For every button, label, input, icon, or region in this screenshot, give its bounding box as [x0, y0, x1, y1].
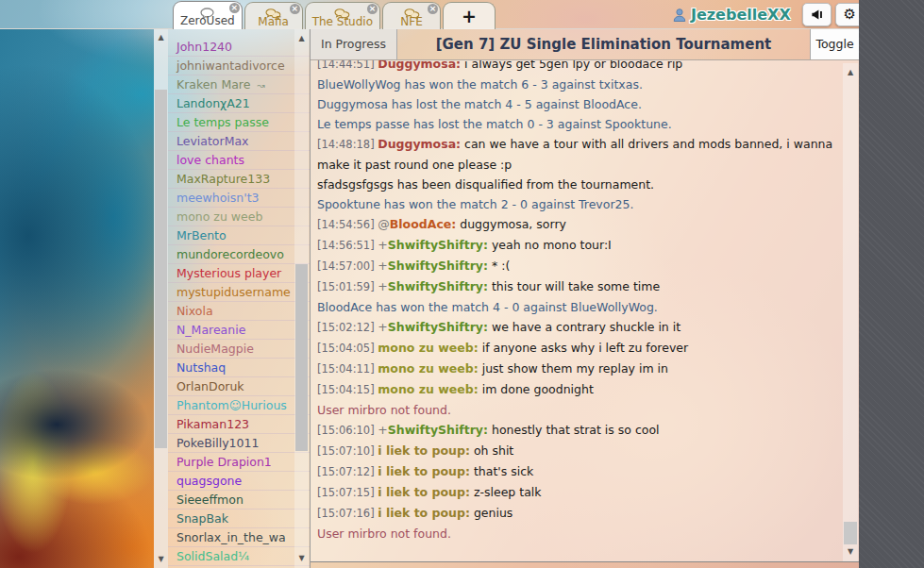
scroll-up-arrow-icon[interactable]: ▲: [154, 31, 168, 44]
tab-mafia[interactable]: × Mafia: [244, 2, 303, 29]
username[interactable]: ShwiftyShiftry:: [388, 238, 488, 252]
close-tab-icon[interactable]: ×: [229, 3, 240, 13]
timestamp: [14:54:56]: [317, 218, 378, 231]
userlist-item[interactable]: John1240: [168, 38, 310, 57]
tournament-message: Duggymosa has lost the match 4 - 5 again…: [317, 94, 838, 114]
userlist-item[interactable]: johniwantadivorce: [168, 57, 310, 75]
tab-zeroused[interactable]: × ZeroUsed: [173, 1, 243, 29]
page-scrollbar[interactable]: ▲ ▼: [154, 29, 168, 568]
username[interactable]: Duggymosa:: [378, 60, 461, 71]
plus-icon: +: [462, 6, 477, 26]
error-message: User mirbro not found.: [317, 400, 838, 420]
username: NudieMagpie: [176, 342, 254, 356]
scrollbar-thumb[interactable]: [295, 264, 308, 451]
username[interactable]: ShwiftyShiftry:: [388, 320, 488, 334]
message-text: genius: [470, 506, 512, 520]
username: Purple Drapion1: [176, 455, 272, 469]
username[interactable]: i liek to poup:: [378, 464, 470, 478]
username[interactable]: mono zu weeb:: [378, 361, 478, 376]
username[interactable]: ShwiftyShiftry:: [388, 279, 488, 293]
chat-scrollbar[interactable]: ▲ ▼: [843, 63, 858, 561]
username[interactable]: BloodAce:: [390, 217, 457, 231]
tournament-message: BloodAce has won the match 4 - 0 against…: [317, 297, 838, 317]
userlist-item[interactable]: N_Mareanie: [168, 321, 310, 340]
userlist-item[interactable]: meewhoisn't3: [168, 189, 310, 208]
timestamp: [15:07:10]: [317, 444, 378, 458]
username: Sieeeffmon: [176, 493, 244, 507]
userlist-item[interactable]: Nutshaq: [168, 359, 310, 377]
userlist-item[interactable]: Kraken Mare ↝: [168, 75, 310, 94]
username: Mysterious player: [176, 266, 281, 280]
scroll-down-arrow-icon[interactable]: ▼: [843, 545, 858, 559]
scrollbar-thumb[interactable]: [155, 90, 167, 448]
scroll-down-arrow-icon[interactable]: ▼: [294, 552, 309, 565]
userlist-item[interactable]: Nixola: [168, 302, 310, 321]
scrollbar-thumb[interactable]: [844, 522, 857, 544]
scroll-down-arrow-icon[interactable]: ▼: [154, 553, 168, 566]
tab-the-studio[interactable]: × The Studio: [305, 2, 380, 29]
toggle-button[interactable]: Toggle: [810, 29, 859, 59]
userlist-item[interactable]: LandonχA21: [168, 94, 310, 113]
userlist-item[interactable]: quagsgone: [168, 472, 310, 491]
timestamp: [15:07:12]: [317, 465, 378, 478]
userlist-item[interactable]: NudieMagpie: [168, 340, 310, 359]
username[interactable]: ShwiftyShiftry:: [388, 259, 488, 273]
chat-log[interactable]: [14:44:51] Duggymosa: i always get 5gen …: [311, 60, 859, 561]
message-text: we have a contrary shuckle in it: [488, 320, 680, 334]
chat-message: [15:04:05] mono zu weeb: if anyone asks …: [317, 338, 838, 359]
username: johniwantadivorce: [176, 58, 285, 73]
scroll-up-arrow-icon[interactable]: ▲: [294, 32, 309, 45]
username: OrlanDoruk: [176, 379, 244, 393]
username[interactable]: i liek to poup:: [378, 443, 470, 458]
userlist-item[interactable]: mono zu weeb: [168, 208, 310, 226]
username: LeviatorMax: [176, 134, 249, 148]
message-text: duggymosa, sorry: [456, 217, 566, 231]
tab-label: NFE: [390, 15, 433, 29]
username: John1240: [176, 40, 232, 54]
userlist-item[interactable]: PokeBilly1011: [168, 434, 310, 453]
username[interactable]: Duggymosa:: [378, 137, 461, 151]
username[interactable]: i liek to poup:: [378, 485, 470, 499]
userlist-item[interactable]: Phantom☺Hurious: [168, 396, 310, 415]
message-text: yeah no mono tour:I: [488, 238, 612, 252]
user-avatar-icon: [672, 6, 687, 24]
userlist-item[interactable]: MaxRapture133: [168, 170, 310, 189]
close-tab-icon[interactable]: ×: [367, 4, 378, 14]
userlist-item[interactable]: OrlanDoruk: [168, 377, 310, 396]
userlist-item[interactable]: mystupidusername: [168, 283, 310, 302]
userlist-item[interactable]: Snorlax_in_the_wa: [168, 528, 310, 547]
username[interactable]: mono zu weeb:: [378, 341, 478, 355]
userlist-item[interactable]: MrBento: [168, 226, 310, 245]
userlist-item[interactable]: Mysterious player: [168, 264, 310, 283]
userlist-item[interactable]: Purple Drapion1: [168, 453, 310, 472]
tab-nfe[interactable]: × NFE: [382, 2, 441, 29]
system-message: sfadsgsfgsgs has been disqualified from …: [317, 175, 838, 194]
scroll-up-arrow-icon[interactable]: ▲: [843, 66, 858, 79]
message-text: i always get 5gen lpy or bloodace rip: [461, 60, 682, 71]
username[interactable]: ShwiftyShiftry:: [388, 423, 488, 437]
timestamp: [15:04:11]: [317, 362, 378, 376]
settings-button[interactable]: ⚙: [835, 3, 859, 26]
userlist-scrollbar[interactable]: ▲ ▼: [294, 29, 309, 568]
close-tab-icon[interactable]: ×: [428, 4, 438, 14]
userlist-item[interactable]: SnapBak: [168, 510, 310, 528]
userlist-item[interactable]: Sieeeffmon: [168, 491, 310, 510]
message-text: if anyone asks why i left zu forever: [479, 341, 688, 355]
userlist-item[interactable]: Pikaman123: [168, 415, 310, 434]
username[interactable]: mono zu weeb:: [378, 382, 478, 396]
username[interactable]: i liek to poup:: [378, 506, 470, 520]
close-tab-icon[interactable]: ×: [290, 4, 300, 14]
userlist-item[interactable]: love chants: [168, 151, 310, 170]
userlist-item[interactable]: Le temps passe: [168, 113, 310, 132]
logged-in-username[interactable]: JezebelleXX: [691, 6, 791, 24]
username: Snorlax_in_the_wa: [176, 530, 286, 544]
userlist-item[interactable]: mundorecordeovo: [168, 245, 310, 264]
sound-mute-button[interactable]: [802, 3, 832, 26]
userlist-item[interactable]: LeviatorMax: [168, 132, 310, 151]
new-tab-button[interactable]: +: [443, 2, 496, 29]
rank-symbol: +: [378, 423, 387, 437]
username: mundorecordeovo: [176, 247, 284, 261]
chat-message: [15:04:11] mono zu weeb: just show them …: [317, 359, 838, 379]
userlist-item[interactable]: SolidSalad¼: [168, 547, 310, 566]
tab-label: The Studio: [312, 15, 373, 29]
